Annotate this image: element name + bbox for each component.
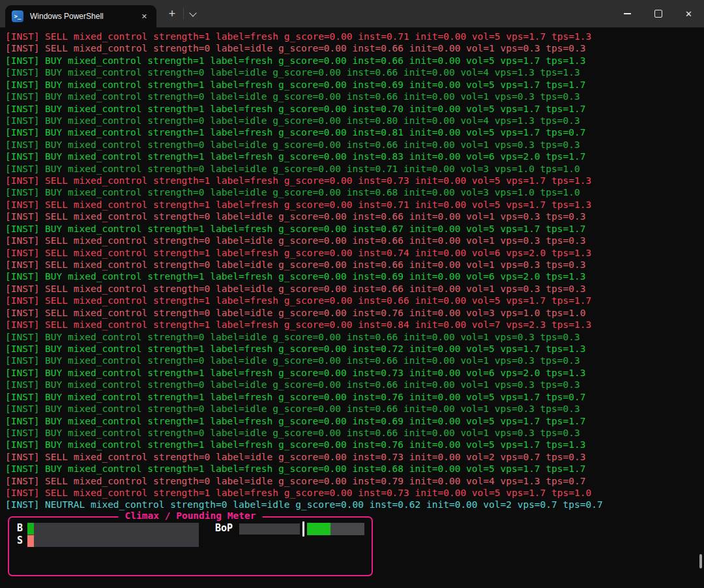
log-line: [INST] BUY mixed_control strength=0 labe…: [5, 403, 704, 415]
log-line: [INST] SELL mixed_control strength=1 lab…: [5, 247, 704, 259]
log-line: [INST] BUY mixed_control strength=1 labe…: [5, 415, 704, 427]
log-line: [INST] BUY mixed_control strength=0 labe…: [5, 66, 704, 78]
maximize-button[interactable]: [643, 0, 673, 27]
scrollbar-thumb[interactable]: [699, 554, 702, 568]
tab-windows-powershell[interactable]: >_ Windows PowerShell ✕: [5, 5, 156, 27]
new-tab-button[interactable]: +: [164, 7, 180, 21]
bop-meter-track: [239, 523, 300, 535]
log-line: [INST] BUY mixed_control strength=1 labe…: [5, 79, 704, 91]
bop-meter-divider: [302, 522, 304, 537]
log-line: [INST] BUY mixed_control strength=1 labe…: [5, 223, 704, 235]
log-line: [INST] SELL mixed_control strength=0 lab…: [5, 235, 704, 246]
minimize-button[interactable]: [612, 0, 643, 27]
log-line: [INST] BUY mixed_control strength=1 labe…: [5, 126, 704, 138]
sell-meter-fill: [27, 535, 34, 547]
window-controls: ✕: [612, 0, 704, 27]
log-line: [INST] SELL mixed_control strength=1 lab…: [5, 319, 704, 331]
log-line: [INST] BUY mixed_control strength=0 labe…: [5, 331, 704, 343]
powershell-icon: >_: [12, 10, 23, 22]
climax-pounding-meter-panel: Climax / Pounding Meter B S BoP: [8, 516, 373, 576]
log-line: [INST] SELL mixed_control strength=0 lab…: [5, 283, 704, 295]
log-output: [INST] SELL mixed_control strength=1 lab…: [0, 27, 704, 511]
tab-title: Windows PowerShell: [30, 12, 139, 21]
log-line: [INST] BUY mixed_control strength=1 labe…: [5, 55, 704, 66]
meter-title: Climax / Pounding Meter: [119, 510, 263, 521]
chevron-down-icon[interactable]: [188, 10, 198, 19]
bop-meter-green-fill: [307, 523, 330, 535]
close-icon: ✕: [685, 9, 692, 19]
log-line: [INST] NEUTRAL mixed_control strength=0 …: [5, 499, 704, 510]
log-line: [INST] SELL mixed_control strength=0 lab…: [5, 475, 704, 487]
tabbar-divider: [183, 8, 184, 20]
log-line: [INST] SELL mixed_control strength=1 lab…: [5, 199, 704, 211]
log-line: [INST] BUY mixed_control strength=0 labe…: [5, 379, 704, 390]
maximize-icon: [654, 10, 662, 18]
log-line: [INST] SELL mixed_control strength=1 lab…: [5, 295, 704, 306]
log-line: [INST] BUY mixed_control strength=0 labe…: [5, 427, 704, 439]
log-line: [INST] BUY mixed_control strength=1 labe…: [5, 103, 704, 115]
log-line: [INST] BUY mixed_control strength=1 labe…: [5, 151, 704, 162]
sell-meter-label: S: [17, 535, 23, 546]
log-line: [INST] BUY mixed_control strength=0 labe…: [5, 163, 704, 175]
log-line: [INST] SELL mixed_control strength=0 lab…: [5, 259, 704, 271]
log-line: [INST] SELL mixed_control strength=1 lab…: [5, 487, 704, 499]
log-line: [INST] SELL mixed_control strength=0 lab…: [5, 211, 704, 222]
close-button[interactable]: ✕: [673, 0, 704, 27]
log-line: [INST] SELL mixed_control strength=0 lab…: [5, 307, 704, 319]
log-line: [INST] SELL mixed_control strength=0 lab…: [5, 42, 704, 54]
log-line: [INST] BUY mixed_control strength=0 labe…: [5, 186, 704, 198]
bop-meter-label: BoP: [215, 522, 233, 534]
log-line: [INST] BUY mixed_control strength=1 labe…: [5, 271, 704, 282]
log-line: [INST] BUY mixed_control strength=0 labe…: [5, 355, 704, 366]
log-line: [INST] SELL mixed_control strength=1 lab…: [5, 31, 704, 42]
log-line: [INST] BUY mixed_control strength=1 labe…: [5, 463, 704, 475]
log-line: [INST] BUY mixed_control strength=1 labe…: [5, 367, 704, 379]
log-line: [INST] BUY mixed_control strength=0 labe…: [5, 115, 704, 126]
minimize-icon: [624, 13, 631, 14]
log-line: [INST] SELL mixed_control strength=1 lab…: [5, 175, 704, 186]
log-line: [INST] SELL mixed_control strength=0 lab…: [5, 451, 704, 463]
terminal-window: >_ Windows PowerShell ✕ + ✕ [INST] SELL …: [0, 0, 704, 588]
buy-meter-label: B: [17, 522, 23, 534]
log-line: [INST] BUY mixed_control strength=1 labe…: [5, 343, 704, 355]
title-bar: >_ Windows PowerShell ✕ + ✕: [0, 0, 704, 27]
log-line: [INST] BUY mixed_control strength=1 labe…: [5, 439, 704, 450]
log-line: [INST] BUY mixed_control strength=1 labe…: [5, 391, 704, 403]
bop-meter-gray-segment: [330, 523, 364, 535]
log-line: [INST] BUY mixed_control strength=0 labe…: [5, 139, 704, 151]
buy-sell-meter-bar: [27, 523, 199, 547]
log-line: [INST] BUY mixed_control strength=0 labe…: [5, 91, 704, 102]
buy-meter-fill: [27, 523, 34, 535]
tab-close-icon[interactable]: ✕: [139, 11, 150, 22]
